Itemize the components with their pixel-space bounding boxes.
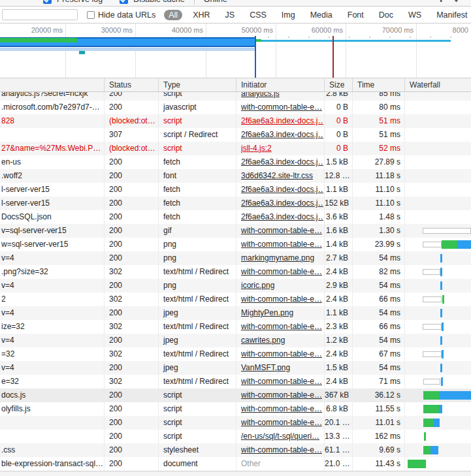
waterfall-download-blue-bar [440,268,442,276]
table-row[interactable]: docs.js200scriptwith-common-table-e…367 … [0,389,471,402]
type-filter-css[interactable]: CSS [245,10,271,20]
table-row[interactable]: 200script/en-us/sql/t-sql/queri…13.3 …16… [0,430,471,443]
throttling-select[interactable]: Online [204,0,227,4]
cell-name: 2 [0,293,105,306]
initiator-link[interactable]: with-common-table-e… [241,443,322,457]
type-filter-img[interactable]: Img [277,10,300,20]
column-header-size[interactable]: Size [325,78,353,91]
initiator-link[interactable]: 2f6ae6a3.index-docs.j… [241,210,323,224]
column-header-type[interactable]: Type [159,78,236,91]
table-row[interactable]: w=sql-server-ver15200pngwith-common-tabl… [0,238,471,251]
network-overview-timeline[interactable]: 20000 ms30000 ms40000 ms50000 ms60000 ms… [0,24,471,78]
initiator-link[interactable]: with-common-table-e… [241,238,322,251]
type-filter-media[interactable]: Media [306,10,337,20]
cell-name: DocsSQL.json [0,210,105,224]
table-row[interactable]: v=4200jpegMightyPen.png1.1 kB54 ms [0,306,471,320]
cell-initiator: with-common-table-e… [236,101,325,114]
column-header-initiator[interactable]: Initiator [236,78,325,91]
cell-time: 66 ms [353,293,405,306]
initiator-link[interactable]: with-common-table-e… [241,224,322,238]
export-har-icon[interactable]: ⬇ [453,0,459,4]
table-row[interactable]: v=4200jpegcawrites.png1.2 kB54 ms [0,334,471,347]
initiator-link[interactable]: with-common-table-e… [241,265,322,279]
cell-waterfall [405,457,471,471]
initiator-link[interactable]: 2f6ae6a3.index-docs.j… [241,128,323,142]
column-header-name[interactable] [0,78,105,91]
type-filter-all[interactable]: All [164,10,182,20]
initiator-link[interactable]: cawrites.png [241,334,285,347]
initiator-link[interactable]: markingmyname.png [241,251,314,265]
table-row[interactable]: ize=32302text/html / Redirectwith-common… [0,320,471,334]
preserve-log-label: Preserve log [57,0,103,4]
disable-cache-checkbox[interactable] [120,0,128,4]
table-row[interactable]: 307script / Redirect2f6ae6a3.index-docs.… [0,128,471,142]
initiator-link[interactable]: with-common-table-e… [241,416,322,430]
cell-size: 2.4 kB [325,265,353,279]
initiator-link[interactable]: with-common-table-e… [241,320,322,334]
import-har-icon[interactable]: ⬆ [438,0,444,4]
overview-underbar [0,48,255,51]
table-row[interactable]: 2302text/html / Redirectwith-common-tabl… [0,293,471,306]
table-row[interactable]: 828(blocked:ot…script2f6ae6a3.index-docs… [0,114,471,128]
table-row[interactable]: l-server-ver15200fetch2f6ae6a3.index-doc… [0,183,471,197]
cell-waterfall [405,347,471,361]
cell-waterfall [405,169,471,183]
table-row[interactable]: en-us200fetch2f6ae6a3.index-docs.j…1.5 k… [0,155,471,169]
column-header-status[interactable]: Status [105,78,159,91]
initiator-link[interactable]: with-common-table-e… [241,402,322,416]
type-filter-ws[interactable]: WS [404,10,426,20]
initiator-link[interactable]: MightyPen.png [241,306,293,320]
initiator-link[interactable]: analytics.js [241,92,280,101]
table-row[interactable]: .png?size=32302text/html / Redirectwith-… [0,265,471,279]
initiator-link[interactable]: 3d6d6342.site-ltr.css [241,169,313,183]
cell-type: fetch [159,210,236,224]
table-row[interactable]: v=4200pngicoric.png2.9 kB54 ms [0,279,471,293]
table-row[interactable]: .woff2200font3d6d6342.site-ltr.css12.8 …… [0,169,471,183]
table-row[interactable]: =32302text/html / Redirectwith-common-ta… [0,347,471,361]
table-row[interactable]: e=32302text/html / Redirectwith-common-t… [0,375,471,389]
table-row[interactable]: .microsoft.com/b7e297d7-…200javascriptwi… [0,101,471,114]
type-filter-xhr[interactable]: XHR [188,10,214,20]
hide-data-urls-checkbox[interactable] [87,11,95,19]
table-row[interactable]: 27&name=%27Ms.Webi.P…(blocked:ot…scriptj… [0,142,471,155]
type-filter-font[interactable]: Font [343,10,368,20]
type-filter-manifest[interactable]: Manifest [432,10,471,20]
preserve-log-checkbox[interactable] [43,0,52,4]
table-row[interactable]: DocsSQL.json200fetch2f6ae6a3.index-docs.… [0,210,471,224]
column-header-waterfall[interactable]: Waterfall [405,78,471,91]
cell-time: 51 ms [353,114,405,128]
filter-input[interactable] [2,9,78,20]
table-row[interactable]: analytics.js?secret=hcxjk200scriptanalyt… [0,92,471,101]
table-row[interactable]: 200scriptwith-common-table-e…20.1 …11.01… [0,416,471,430]
initiator-link[interactable]: with-common-table-e… [241,375,322,389]
cell-name: v=4 [0,251,105,265]
initiator-link[interactable]: with-common-table-e… [241,293,322,306]
initiator-link[interactable]: 2f6ae6a3.index-docs.j… [241,197,323,210]
initiator-link[interactable]: VanMSFT.png [241,361,290,375]
table-row[interactable]: ble-expression-transact-sql…200documentO… [0,457,471,471]
initiator-link[interactable]: jsll-4.js:2 [241,142,272,155]
table-row[interactable]: l-server-ver15200fetch2f6ae6a3.index-doc… [0,197,471,210]
type-filter-doc[interactable]: Doc [374,10,398,20]
table-row[interactable]: olyfills.js200scriptwith-common-table-e…… [0,402,471,416]
type-filter-js[interactable]: JS [221,10,240,20]
initiator-text: Other [241,459,261,468]
initiator-link[interactable]: with-common-table-e… [241,347,322,361]
initiator-link[interactable]: /en-us/sql/t-sql/queri… [241,430,319,443]
table-row[interactable]: v=sql-server-ver15200gifwith-common-tabl… [0,224,471,238]
waterfall-waiting-bar [423,379,440,385]
initiator-link[interactable]: with-common-table-e… [241,389,322,402]
cell-initiator: Other [236,457,325,471]
initiator-link[interactable]: 2f6ae6a3.index-docs.j… [241,155,323,169]
table-row[interactable]: v=4200jpegVanMSFT.png1.5 kB54 ms [0,361,471,375]
initiator-link[interactable]: 2f6ae6a3.index-docs.j… [241,114,323,128]
partial-row-clip: analytics.js?secret=hcxjk200scriptanalyt… [0,92,471,101]
initiator-link[interactable]: 2f6ae6a3.index-docs.j… [241,183,323,197]
overview-tick-label: 8000 [453,26,471,34]
initiator-link[interactable]: icoric.png [241,279,274,293]
initiator-link[interactable]: with-common-table-e… [241,101,322,114]
column-header-time[interactable]: Time [353,78,405,91]
table-row[interactable]: .css200stylesheetwith-common-table-e…61.… [0,443,471,457]
cell-time: 1.48 s [353,210,405,224]
table-row[interactable]: v=4200pngmarkingmyname.png2.7 kB54 ms [0,251,471,265]
